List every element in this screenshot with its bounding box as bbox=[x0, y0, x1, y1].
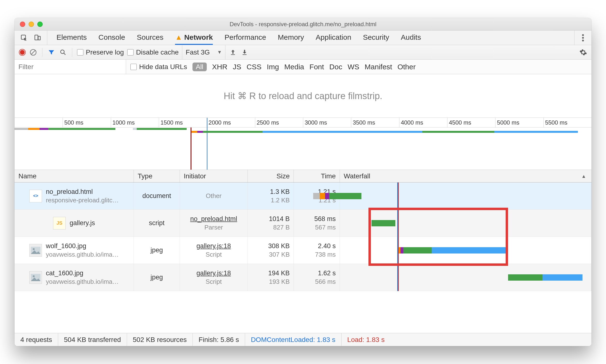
initiator-link[interactable]: gallery.js:18 bbox=[196, 270, 231, 277]
overview-segment bbox=[48, 128, 77, 130]
size-sub: 1.2 KB bbox=[271, 196, 290, 204]
col-waterfall[interactable]: Waterfall▲ bbox=[340, 170, 592, 182]
tab-sources[interactable]: Sources bbox=[137, 30, 163, 45]
svg-point-7 bbox=[61, 50, 64, 53]
tab-audits[interactable]: Audits bbox=[401, 30, 421, 45]
filter-type-ws[interactable]: WS bbox=[348, 63, 359, 71]
overview-segment bbox=[14, 128, 28, 130]
overview-segment bbox=[40, 128, 48, 130]
filter-input[interactable] bbox=[14, 60, 126, 74]
ruler-tick: 2000 ms bbox=[207, 118, 231, 127]
request-type: jpeg bbox=[134, 237, 180, 264]
col-size[interactable]: Size bbox=[248, 170, 294, 182]
ruler-tick: 4500 ms bbox=[447, 118, 471, 127]
col-name[interactable]: Name bbox=[14, 170, 134, 182]
svg-rect-1 bbox=[35, 35, 38, 40]
filter-toggle-icon[interactable] bbox=[47, 48, 55, 56]
status-transferred: 504 KB transferred bbox=[58, 333, 127, 346]
waterfall-cell bbox=[340, 182, 592, 209]
svg-point-13 bbox=[33, 275, 35, 277]
tab-console[interactable]: Console bbox=[98, 30, 125, 45]
tab-network[interactable]: ▲Network bbox=[175, 30, 213, 45]
device-toolbar-icon[interactable] bbox=[33, 34, 42, 42]
request-host: yoavweiss.github.io/ima… bbox=[46, 251, 119, 258]
search-icon[interactable] bbox=[59, 48, 67, 56]
overview-segment bbox=[197, 131, 203, 133]
timeline-overview[interactable]: 500 ms1000 ms1500 ms2000 ms2500 ms3000 m… bbox=[14, 118, 592, 170]
wf-segment bbox=[329, 193, 343, 199]
initiator-sub: Script bbox=[206, 251, 222, 258]
filter-all-pill[interactable]: All bbox=[192, 63, 207, 71]
wf-segment bbox=[320, 193, 325, 199]
filter-bar: Hide data URLs All XHRJSCSSImgMediaFontD… bbox=[14, 60, 592, 74]
overview-segment bbox=[263, 131, 422, 133]
request-host: yoavweiss.github.io/ima… bbox=[46, 278, 119, 286]
waterfall-cell bbox=[340, 237, 592, 264]
col-type[interactable]: Type bbox=[134, 170, 180, 182]
preserve-log-checkbox[interactable]: Preserve log bbox=[77, 49, 124, 56]
request-name: cat_1600.jpg bbox=[46, 270, 119, 277]
filter-type-css[interactable]: CSS bbox=[247, 63, 262, 71]
ruler-tick: 5500 ms bbox=[543, 118, 567, 127]
range-handle[interactable] bbox=[207, 118, 208, 170]
request-row[interactable]: JSgallery.jsscriptno_preload.htmlParser1… bbox=[14, 210, 592, 237]
initiator-text: Other bbox=[206, 192, 222, 200]
wf-segment bbox=[313, 193, 320, 199]
size-sub: 827 B bbox=[273, 224, 290, 231]
time: 568 ms bbox=[314, 215, 336, 223]
disable-cache-checkbox[interactable]: Disable cache bbox=[127, 49, 179, 56]
filter-type-xhr[interactable]: XHR bbox=[212, 63, 227, 71]
load-line bbox=[398, 182, 399, 291]
status-resources: 502 KB resources bbox=[127, 333, 193, 346]
initiator-link[interactable]: gallery.js:18 bbox=[196, 242, 231, 250]
filter-type-img[interactable]: Img bbox=[267, 63, 279, 71]
tab-security[interactable]: Security bbox=[363, 30, 389, 45]
settings-gear-icon[interactable] bbox=[579, 49, 587, 56]
tab-application[interactable]: Application bbox=[316, 30, 351, 45]
filter-type-js[interactable]: JS bbox=[233, 63, 241, 71]
filter-type-font[interactable]: Font bbox=[310, 63, 324, 71]
initiator-link[interactable]: no_preload.html bbox=[190, 215, 237, 223]
download-har-icon[interactable] bbox=[240, 48, 249, 56]
request-row[interactable]: <>no_preload.htmlresponsive-preload.glit… bbox=[14, 182, 592, 210]
wf-segment bbox=[403, 247, 432, 253]
time: 2.40 s bbox=[318, 242, 336, 250]
request-type: document bbox=[134, 182, 180, 209]
col-time[interactable]: Time bbox=[294, 170, 340, 182]
devtools-window: DevTools - responsive-preload.glitch.me/… bbox=[14, 18, 592, 346]
status-load: Load: 1.83 s bbox=[342, 333, 391, 346]
throttling-select[interactable]: Fast 3G ▼ bbox=[182, 45, 225, 59]
kebab-menu-icon[interactable] bbox=[579, 34, 587, 42]
status-bar: 4 requests 504 KB transferred 502 KB res… bbox=[14, 333, 592, 346]
ruler-tick: 3500 ms bbox=[351, 118, 375, 127]
filter-type-manifest[interactable]: Manifest bbox=[365, 63, 392, 71]
record-button[interactable] bbox=[19, 49, 26, 56]
filter-type-other[interactable]: Other bbox=[397, 63, 416, 71]
clear-button[interactable] bbox=[29, 48, 37, 56]
ruler-tick: 1500 ms bbox=[159, 118, 183, 127]
upload-har-icon[interactable] bbox=[229, 48, 237, 56]
status-requests: 4 requests bbox=[14, 333, 58, 346]
ruler-tick: 500 ms bbox=[63, 118, 83, 127]
size: 194 KB bbox=[268, 270, 290, 277]
request-name: gallery.js bbox=[70, 219, 95, 227]
overview-segment bbox=[137, 128, 187, 130]
size: 308 KB bbox=[268, 242, 290, 250]
sort-ascending-icon: ▲ bbox=[581, 173, 586, 179]
filter-type-media[interactable]: Media bbox=[284, 63, 304, 71]
wf-segment bbox=[325, 193, 329, 199]
request-rows: <>no_preload.htmlresponsive-preload.glit… bbox=[14, 182, 592, 291]
request-row[interactable]: cat_1600.jpgyoavweiss.github.io/ima…jpeg… bbox=[14, 264, 592, 291]
hide-data-urls-checkbox[interactable]: Hide data URLs bbox=[131, 63, 187, 71]
status-dcl: DOMContentLoaded: 1.83 s bbox=[245, 333, 342, 346]
wf-segment bbox=[400, 247, 403, 253]
tab-elements[interactable]: Elements bbox=[56, 30, 87, 45]
svg-rect-2 bbox=[38, 36, 40, 40]
col-initiator[interactable]: Initiator bbox=[180, 170, 248, 182]
overview-segment bbox=[77, 128, 116, 130]
inspect-element-icon[interactable] bbox=[20, 34, 28, 42]
filter-type-doc[interactable]: Doc bbox=[329, 63, 342, 71]
tab-performance[interactable]: Performance bbox=[224, 30, 266, 45]
tab-memory[interactable]: Memory bbox=[278, 30, 304, 45]
request-row[interactable]: wolf_1600.jpgyoavweiss.github.io/ima…jpe… bbox=[14, 237, 592, 264]
